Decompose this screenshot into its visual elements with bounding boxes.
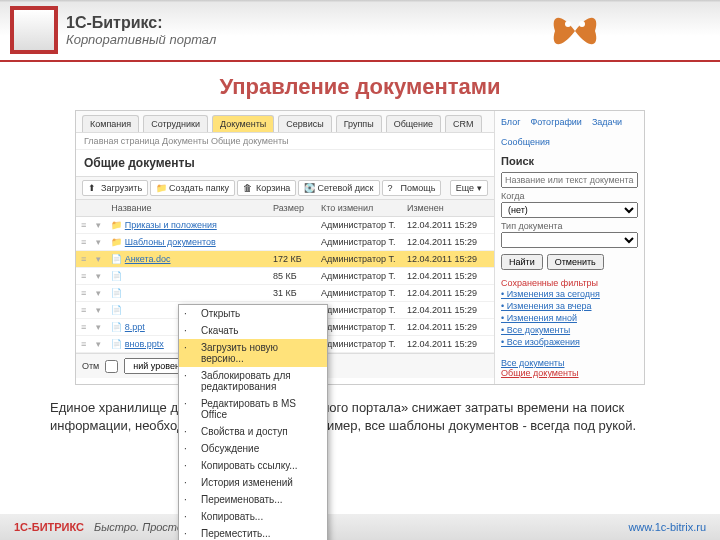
ctx-item[interactable]: ∙История изменений bbox=[179, 474, 327, 491]
ctx-item[interactable]: ∙Заблокировать для редактирования bbox=[179, 367, 327, 395]
footer-bar: 1С-БИТРИКС Быстро. Просто. Эффективно. w… bbox=[0, 514, 720, 540]
saved-filter-link[interactable]: • Изменения за вчера bbox=[501, 300, 638, 312]
table-row[interactable]: ≡▾📄 Анкета.doc172 КБАдминистратор T.12.0… bbox=[76, 251, 494, 268]
ctx-item[interactable]: ∙Загрузить новую версию... bbox=[179, 339, 327, 367]
table-row[interactable]: ≡▾📄 31 КБАдминистратор T.12.04.2011 15:2… bbox=[76, 285, 494, 302]
when-label: Когда bbox=[501, 191, 638, 201]
marked-label: Отм bbox=[82, 361, 99, 371]
svg-point-1 bbox=[579, 21, 585, 27]
tab-Общение[interactable]: Общение bbox=[386, 115, 441, 132]
ctx-icon: ∙ bbox=[184, 398, 194, 408]
breadcrumb[interactable]: Главная страница Документы Общие докумен… bbox=[76, 133, 494, 150]
saved-filters-heading: Сохраненные фильтры bbox=[501, 278, 638, 288]
cancel-button[interactable]: Отменить bbox=[547, 254, 604, 270]
tab-Сервисы[interactable]: Сервисы bbox=[278, 115, 331, 132]
side-link[interactable]: Блог bbox=[501, 117, 520, 127]
search-heading: Поиск bbox=[501, 155, 638, 167]
ctx-icon: ∙ bbox=[184, 494, 194, 504]
ctx-icon: ∙ bbox=[184, 477, 194, 487]
more-button[interactable]: Еще ▾ bbox=[450, 180, 488, 196]
ctx-item[interactable]: ∙Переместить... bbox=[179, 525, 327, 540]
saved-filter-link[interactable]: • Все документы bbox=[501, 324, 638, 336]
footer-url[interactable]: www.1c-bitrix.ru bbox=[628, 521, 706, 533]
trash-icon: 🗑 bbox=[243, 183, 253, 193]
ctx-item[interactable]: ∙Обсуждение bbox=[179, 440, 327, 457]
ctx-icon: ∙ bbox=[184, 511, 194, 521]
svg-point-0 bbox=[565, 21, 571, 27]
type-select[interactable] bbox=[501, 232, 638, 248]
app-screenshot: КомпанияСотрудникиДокументыСервисыГруппы… bbox=[75, 110, 645, 385]
top-banner: 1С-Битрикс: Корпоративный портал bbox=[0, 0, 720, 62]
folder-plus-icon: 📁 bbox=[156, 183, 166, 193]
mark-all-checkbox[interactable] bbox=[105, 360, 118, 373]
ctx-icon: ∙ bbox=[184, 528, 194, 538]
section-heading: Общие документы bbox=[76, 150, 494, 176]
banner-title-2: Корпоративный портал bbox=[66, 32, 216, 47]
ctx-item[interactable]: ∙Редактировать в MS Office bbox=[179, 395, 327, 423]
saved-filters-list: • Изменения за сегодня• Изменения за вче… bbox=[501, 288, 638, 348]
tab-Группы[interactable]: Группы bbox=[336, 115, 382, 132]
help-button[interactable]: ?Помощь bbox=[382, 180, 442, 196]
ctx-item[interactable]: ∙Скачать bbox=[179, 322, 327, 339]
saved-filter-link[interactable]: • Все изображения bbox=[501, 336, 638, 348]
saved-filter-link[interactable]: • Изменения мной bbox=[501, 312, 638, 324]
ctx-icon: ∙ bbox=[184, 342, 194, 352]
ctx-icon: ∙ bbox=[184, 426, 194, 436]
ctx-item[interactable]: ∙Свойства и доступ bbox=[179, 423, 327, 440]
table-row[interactable]: ≡▾📁 Приказы и положенияАдминистратор T.1… bbox=[76, 217, 494, 234]
tab-Сотрудники[interactable]: Сотрудники bbox=[143, 115, 208, 132]
ctx-icon: ∙ bbox=[184, 308, 194, 318]
context-menu: ∙Открыть∙Скачать∙Загрузить новую версию.… bbox=[178, 304, 328, 540]
ctx-icon: ∙ bbox=[184, 370, 194, 380]
slide-caption: Единое хранилище документов «Корпоративн… bbox=[50, 399, 670, 434]
table-row[interactable]: ≡▾📁 Шаблоны документовАдминистратор T.12… bbox=[76, 234, 494, 251]
slide-title: Управление документами bbox=[0, 74, 720, 100]
shared-docs-link[interactable]: Общие документы bbox=[501, 368, 638, 378]
search-input[interactable] bbox=[501, 172, 638, 188]
col-size[interactable]: Размер bbox=[268, 200, 316, 217]
trash-button[interactable]: 🗑Корзина bbox=[237, 180, 296, 196]
ctx-item[interactable]: ∙Открыть bbox=[179, 305, 327, 322]
tab-Документы[interactable]: Документы bbox=[212, 115, 274, 132]
banner-title-1: 1С-Битрикс: bbox=[66, 14, 216, 32]
side-link[interactable]: Задачи bbox=[592, 117, 622, 127]
tab-CRM[interactable]: CRM bbox=[445, 115, 482, 132]
col-who[interactable]: Кто изменил bbox=[316, 200, 402, 217]
ctx-item[interactable]: ∙Переименовать... bbox=[179, 491, 327, 508]
side-link[interactable]: Сообщения bbox=[501, 137, 550, 147]
table-row[interactable]: ≡▾📄 85 КБАдминистратор T.12.04.2011 15:2… bbox=[76, 268, 494, 285]
sidebar: БлогФотографииЗадачиСообщения Поиск Когд… bbox=[494, 111, 644, 384]
toolbar: ⬆Загрузить 📁Создать папку 🗑Корзина 💽Сете… bbox=[76, 176, 494, 200]
when-select[interactable]: (нет) bbox=[501, 202, 638, 218]
all-docs-link[interactable]: Все документы bbox=[501, 358, 638, 368]
side-link[interactable]: Фотографии bbox=[530, 117, 581, 127]
ctx-icon: ∙ bbox=[184, 443, 194, 453]
type-label: Тип документа bbox=[501, 221, 638, 231]
saved-filter-link[interactable]: • Изменения за сегодня bbox=[501, 288, 638, 300]
netdisk-button[interactable]: 💽Сетевой диск bbox=[298, 180, 379, 196]
butterfly-image bbox=[550, 6, 600, 56]
col-when[interactable]: Изменен bbox=[402, 200, 494, 217]
ctx-icon: ∙ bbox=[184, 325, 194, 335]
banner-logo bbox=[10, 6, 58, 54]
upload-button[interactable]: ⬆Загрузить bbox=[82, 180, 148, 196]
new-folder-button[interactable]: 📁Создать папку bbox=[150, 180, 235, 196]
upload-icon: ⬆ bbox=[88, 183, 98, 193]
ctx-item[interactable]: ∙Копировать... bbox=[179, 508, 327, 525]
col-name[interactable]: Название bbox=[106, 200, 268, 217]
ctx-item[interactable]: ∙Копировать ссылку... bbox=[179, 457, 327, 474]
footer-logo: 1С-БИТРИКС bbox=[14, 521, 84, 533]
ctx-icon: ∙ bbox=[184, 460, 194, 470]
find-button[interactable]: Найти bbox=[501, 254, 543, 270]
tab-Компания[interactable]: Компания bbox=[82, 115, 139, 132]
drive-icon: 💽 bbox=[304, 183, 314, 193]
help-icon: ? bbox=[388, 183, 398, 193]
main-tabs: КомпанияСотрудникиДокументыСервисыГруппы… bbox=[76, 111, 494, 133]
side-quick-links: БлогФотографииЗадачиСообщения bbox=[501, 117, 638, 147]
